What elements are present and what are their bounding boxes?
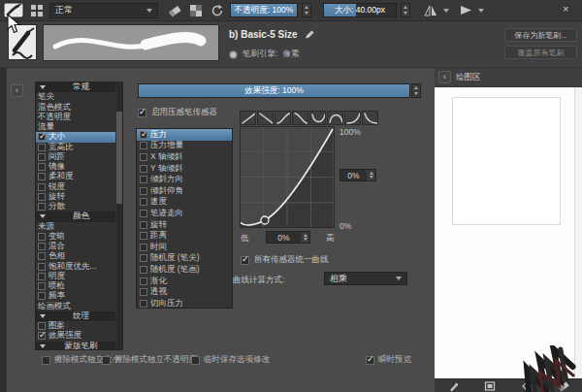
nav-item[interactable]: 柔和度 (36, 172, 115, 181)
sensor-item[interactable]: 随机度 (笔画) (137, 264, 232, 276)
sensor-item[interactable]: 旋转 (137, 219, 232, 231)
curve-preset-button-s-curve[interactable] (275, 111, 291, 125)
nav-item[interactable]: 锐度 (36, 182, 115, 192)
nav-item[interactable]: 混合 (36, 242, 115, 251)
checkbox-icon[interactable] (42, 356, 50, 365)
opacity-spinner[interactable] (302, 3, 311, 17)
sensor-item[interactable]: 笔迹走向 (137, 208, 232, 219)
nav-item[interactable]: 频率 (36, 291, 115, 301)
sensor-checkbox[interactable] (140, 232, 147, 240)
nav-item[interactable]: 效果强度 (36, 331, 115, 341)
option-checkbox[interactable] (38, 193, 46, 201)
preserve-alpha-button[interactable] (187, 2, 205, 19)
fill-background-button[interactable] (514, 380, 539, 392)
nav-section-header[interactable]: 蒙版笔刷 (36, 342, 115, 351)
curve-preset-button-ease-in[interactable] (344, 111, 361, 125)
option-checkbox[interactable] (38, 282, 46, 290)
use-pressure-checkbox[interactable]: 启用压感笔传感器 (138, 107, 217, 118)
checkbox-icon[interactable] (241, 256, 249, 265)
nav-item[interactable]: 流量 (36, 122, 115, 132)
brush-preset-button[interactable] (3, 2, 24, 19)
arrow-tool-button[interactable] (457, 2, 474, 19)
sensor-checkbox[interactable] (140, 165, 147, 173)
nav-item[interactable]: 间距 (36, 152, 115, 162)
option-checkbox[interactable] (38, 273, 46, 280)
collapse-scratchpad-button[interactable]: ‹ (438, 71, 451, 83)
option-checkbox[interactable] (38, 233, 46, 241)
option-checkbox[interactable] (38, 332, 46, 340)
sensor-item[interactable]: 距离 (137, 230, 232, 242)
sensor-checkbox[interactable] (140, 300, 147, 308)
sensor-checkbox[interactable] (140, 244, 147, 251)
close-icon[interactable]: × (563, 4, 568, 15)
size-spinner[interactable] (401, 3, 410, 17)
options-scrollbar[interactable] (116, 82, 122, 349)
eraser-mode-button[interactable] (166, 2, 183, 19)
option-checkbox[interactable] (38, 144, 46, 151)
nav-section-header[interactable]: 纹理 (36, 311, 115, 321)
preset-thumbnail[interactable] (8, 24, 37, 60)
sensor-checkbox[interactable] (140, 266, 147, 274)
checkbox-icon[interactable] (191, 356, 200, 365)
sensor-item[interactable]: 压力增量 (137, 141, 232, 152)
sensor-checkbox[interactable] (140, 254, 147, 262)
curve-x-spinbox[interactable]: 0% (266, 231, 310, 244)
curve-preset-button-u-curve[interactable] (309, 111, 326, 125)
sensor-item[interactable]: 时间 (137, 242, 232, 253)
checkbox-icon[interactable] (138, 109, 146, 117)
opacity-slider[interactable]: 不透明度: 100% (230, 3, 298, 17)
nav-item[interactable]: 不透明度 (36, 113, 115, 122)
nav-item[interactable]: 分散 (36, 202, 115, 212)
curve-preset-button-linear-up[interactable] (240, 111, 256, 125)
scratchpad-canvas[interactable] (435, 87, 582, 378)
curve-control-point[interactable] (261, 216, 269, 224)
save-new-brush-button[interactable]: 保存为新笔刷... (504, 28, 577, 42)
checkbox-icon[interactable] (102, 356, 111, 365)
sensor-item[interactable]: 倾斜方向 (137, 174, 232, 185)
option-checkbox[interactable] (38, 153, 46, 161)
option-checkbox[interactable] (38, 133, 46, 141)
options-scrollbar-thumb[interactable] (116, 112, 122, 204)
curve-preset-button-linear-down[interactable] (257, 111, 274, 125)
sensor-item[interactable]: 渐化 (137, 276, 232, 287)
sensor-item[interactable]: 速度 (137, 197, 232, 209)
share-curve-checkbox[interactable]: 所有传感器统一曲线 (241, 254, 329, 266)
option-checkbox[interactable] (38, 322, 46, 330)
sensor-item[interactable]: 随机度 (笔尖) (137, 253, 232, 265)
option-checkbox[interactable] (38, 173, 46, 180)
nav-item[interactable]: 宽高比 (36, 143, 115, 152)
fill-layer-button[interactable] (477, 380, 502, 392)
strength-spinner[interactable] (411, 83, 421, 98)
nav-item[interactable]: 混色模式 (36, 103, 115, 113)
nav-item[interactable]: 旋转 (36, 192, 115, 202)
nav-item[interactable]: 色相 (36, 251, 115, 261)
nav-item[interactable]: 绘画模式 (36, 302, 115, 311)
nav-section-header[interactable]: 常规 (36, 82, 115, 92)
checkbox-icon[interactable] (366, 356, 374, 365)
sensor-item[interactable]: X 轴倾斜 (137, 151, 232, 163)
sensor-checkbox[interactable] (140, 198, 147, 206)
clear-scratchpad-button[interactable] (551, 380, 576, 392)
nav-item[interactable]: 明度 (36, 272, 115, 281)
nav-item[interactable]: 饱和度优先... (36, 262, 115, 272)
nav-item[interactable]: 变暗 (36, 232, 115, 242)
option-checkbox[interactable] (38, 292, 46, 300)
sensor-checkbox[interactable] (140, 187, 147, 195)
blending-mode-dropdown[interactable]: 正常 (49, 3, 158, 18)
edit-name-pencil-icon[interactable] (304, 28, 315, 40)
option-checkbox[interactable] (38, 252, 46, 260)
scratchpad-scrollbar[interactable] (574, 87, 582, 378)
fill-brush-preview-button[interactable] (440, 380, 466, 392)
sensor-checkbox[interactable] (140, 131, 147, 139)
option-checkbox[interactable] (38, 263, 46, 271)
sensor-checkbox[interactable] (140, 210, 147, 217)
curve-preset-button-ease-out[interactable] (362, 111, 378, 125)
sensor-checkbox[interactable] (140, 221, 147, 229)
curve-preset-button-s-curve-reverse[interactable] (292, 111, 308, 125)
sensor-item[interactable]: 压力 (137, 129, 232, 141)
mirror-dropdown-caret-icon[interactable] (443, 9, 449, 13)
sensor-item[interactable]: 切向压力 (137, 298, 232, 309)
mirror-button[interactable] (422, 2, 439, 19)
nav-item[interactable]: 笔尖 (36, 92, 115, 102)
sensor-item[interactable]: 倾斜仰角 (137, 185, 232, 197)
